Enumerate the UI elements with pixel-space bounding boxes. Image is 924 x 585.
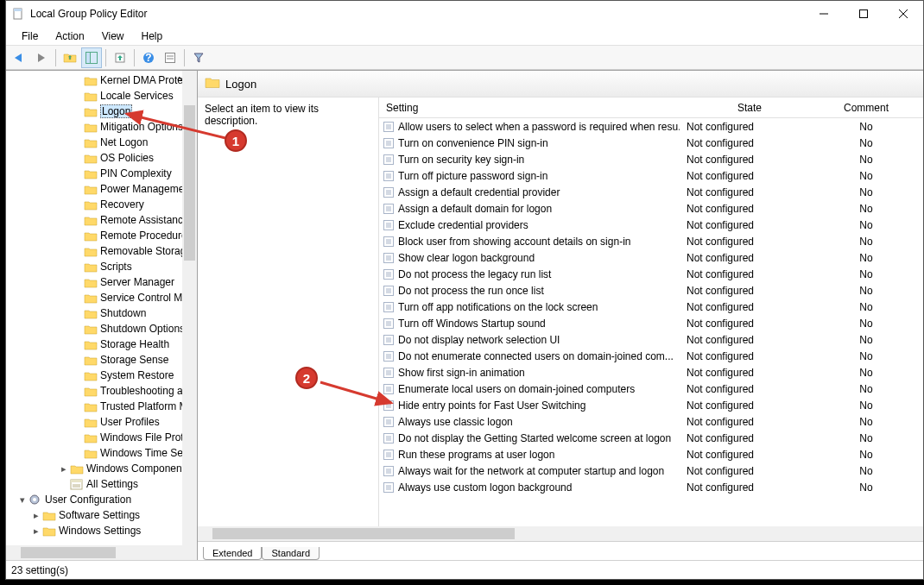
setting-comment: No: [820, 285, 913, 297]
setting-comment: No: [820, 383, 913, 395]
setting-row[interactable]: Enumerate local users on domain-joined c…: [379, 381, 923, 397]
setting-row[interactable]: Do not display the Getting Started welco…: [379, 430, 923, 446]
maximize-button[interactable]: [844, 1, 883, 26]
tree-item[interactable]: ▸Windows Settings: [6, 523, 197, 538]
minimize-button[interactable]: [804, 1, 844, 26]
tree-label: Storage Health: [100, 338, 169, 350]
tree-item[interactable]: ▸Windows Components: [6, 461, 197, 476]
setting-row[interactable]: Turn on security key sign-inNot configur…: [379, 151, 923, 167]
setting-row[interactable]: Always use custom logon backgroundNot co…: [379, 479, 923, 495]
window-title: Local Group Policy Editor: [30, 8, 804, 20]
setting-row[interactable]: Show clear logon backgroundNot configure…: [379, 249, 923, 266]
tree-item[interactable]: Scripts: [6, 259, 197, 274]
filter-button[interactable]: [188, 47, 209, 68]
setting-state: Not configured: [680, 170, 820, 182]
setting-row[interactable]: Assign a default domain for logonNot con…: [379, 200, 923, 217]
toolbar-separator: [105, 49, 106, 66]
setting-row[interactable]: Exclude credential providersNot configur…: [379, 217, 923, 233]
setting-state: Not configured: [680, 154, 820, 166]
tree-item[interactable]: Shutdown Options: [6, 321, 197, 337]
setting-row[interactable]: Block user from showing account details …: [379, 233, 923, 249]
tree-item[interactable]: PIN Complexity: [6, 166, 197, 181]
tree-item[interactable]: System Restore: [6, 368, 197, 383]
tree-item[interactable]: Storage Health: [6, 337, 197, 352]
setting-row[interactable]: Allow users to select when a password is…: [379, 118, 923, 135]
tree-item[interactable]: Storage Sense: [6, 352, 197, 368]
tree-item[interactable]: ▸Software Settings: [6, 507, 197, 523]
tree-horizontal-scrollbar[interactable]: [6, 545, 197, 560]
setting-row[interactable]: Show first sign-in animationNot configur…: [379, 364, 923, 381]
setting-comment: No: [820, 449, 913, 461]
setting-row[interactable]: Hide entry points for Fast User Switchin…: [379, 397, 923, 413]
tree-item[interactable]: Power Management: [6, 181, 197, 197]
properties-button[interactable]: [160, 47, 180, 68]
setting-row[interactable]: Turn on convenience PIN sign-inNot confi…: [379, 135, 923, 151]
tree-label: Remote Procedure (: [100, 230, 193, 242]
tree-item[interactable]: Remote Assistance: [6, 212, 197, 228]
col-state[interactable]: State: [680, 102, 820, 114]
show-hide-tree-button[interactable]: [81, 47, 102, 68]
export-list-button[interactable]: [110, 47, 130, 68]
folder-icon: [84, 447, 98, 459]
setting-state: Not configured: [680, 334, 820, 346]
tab-extended[interactable]: Extended: [203, 547, 262, 560]
setting-row[interactable]: Run these programs at user logonNot conf…: [379, 446, 923, 462]
setting-row[interactable]: Do not enumerate connected users on doma…: [379, 348, 923, 364]
app-window: Local Group Policy Editor File Action Vi…: [5, 0, 924, 580]
setting-state: Not configured: [680, 416, 820, 428]
setting-row[interactable]: Do not process the run once listNot conf…: [379, 282, 923, 299]
up-button[interactable]: [60, 47, 80, 68]
menu-help[interactable]: Help: [135, 28, 170, 44]
policy-icon: [383, 334, 395, 346]
tree-label: Windows Time Serv: [100, 447, 192, 459]
tree-item[interactable]: Troubleshooting an: [6, 383, 197, 399]
svg-line-112: [127, 114, 225, 138]
tree-item[interactable]: Trusted Platform M: [6, 399, 197, 414]
setting-comment: No: [820, 121, 913, 133]
svg-text:?: ?: [145, 52, 151, 64]
tree-item[interactable]: Shutdown: [6, 305, 197, 321]
menu-action[interactable]: Action: [48, 28, 91, 44]
setting-row[interactable]: Do not process the legacy run listNot co…: [379, 266, 923, 282]
policy-icon: [383, 154, 395, 166]
setting-name: Do not process the legacy run list: [398, 268, 551, 280]
back-button[interactable]: [9, 47, 30, 68]
tree-label: Removable Storage: [100, 245, 192, 257]
setting-row[interactable]: Always use classic logonNot configuredNo: [379, 413, 923, 430]
tab-standard[interactable]: Standard: [262, 547, 320, 560]
tree-item[interactable]: ▾User Configuration: [6, 492, 197, 507]
tree-item[interactable]: Removable Storage: [6, 243, 197, 259]
menu-file[interactable]: File: [15, 28, 45, 44]
tree-item[interactable]: Locale Services: [6, 88, 197, 104]
tree-item[interactable]: OS Policies: [6, 150, 197, 166]
tree-item[interactable]: Windows File Protec: [6, 430, 197, 445]
setting-row[interactable]: Turn off picture password sign-inNot con…: [379, 167, 923, 184]
menu-view[interactable]: View: [95, 28, 131, 44]
help-button[interactable]: ?: [138, 47, 159, 68]
toolbar: ?: [6, 46, 923, 70]
tree-item[interactable]: User Profiles: [6, 414, 197, 430]
col-comment[interactable]: Comment: [820, 102, 913, 114]
setting-comment: No: [820, 318, 913, 330]
view-tabs: Extended Standard: [198, 541, 923, 560]
tree-item[interactable]: Windows Time Serv: [6, 445, 197, 461]
forward-button[interactable]: [31, 47, 52, 68]
close-button[interactable]: [883, 1, 923, 26]
setting-row[interactable]: Assign a default credential providerNot …: [379, 184, 923, 200]
settings-list: Setting State Comment Allow users to sel…: [379, 98, 923, 541]
svg-rect-1: [14, 9, 22, 11]
tree-item[interactable]: Server Manager: [6, 274, 197, 290]
tree-label: Windows File Protec: [100, 431, 194, 443]
tree-item[interactable]: All Settings: [6, 476, 197, 492]
list-horizontal-scrollbar[interactable]: [198, 526, 923, 541]
setting-name: Do not display network selection UI: [398, 334, 560, 346]
setting-row[interactable]: Always wait for the network at computer …: [379, 462, 923, 479]
col-setting[interactable]: Setting: [379, 102, 680, 114]
tree-item[interactable]: Recovery: [6, 197, 197, 212]
setting-row[interactable]: Turn off app notifications on the lock s…: [379, 299, 923, 315]
setting-row[interactable]: Do not display network selection UINot c…: [379, 331, 923, 348]
tree-item[interactable]: Remote Procedure (: [6, 228, 197, 243]
setting-row[interactable]: Turn off Windows Startup soundNot config…: [379, 315, 923, 331]
tree-item[interactable]: Kernel DMA Protect^: [6, 72, 197, 88]
tree-item[interactable]: Service Control Man: [6, 290, 197, 305]
